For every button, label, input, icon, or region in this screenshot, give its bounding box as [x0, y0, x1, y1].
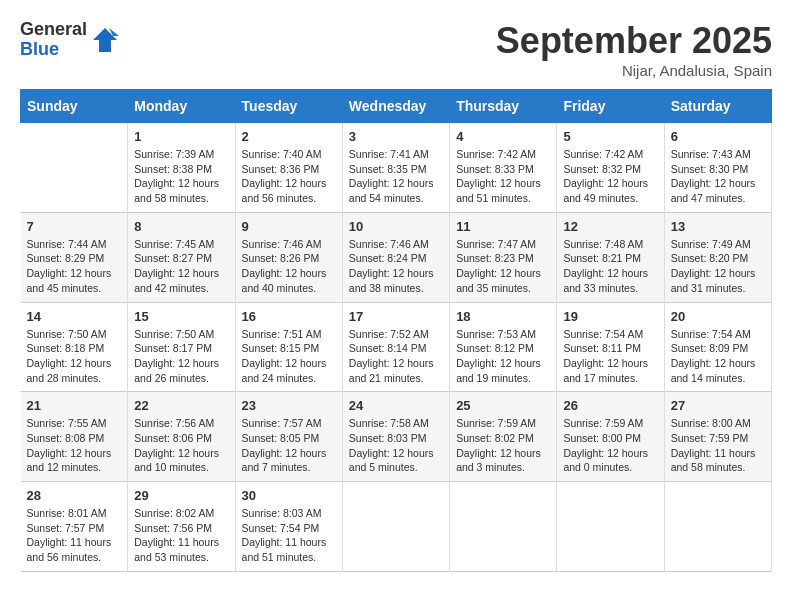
day-info: Sunrise: 7:39 AM Sunset: 8:38 PM Dayligh… — [134, 147, 228, 206]
calendar-cell: 30Sunrise: 8:03 AM Sunset: 7:54 PM Dayli… — [235, 482, 342, 572]
day-number: 30 — [242, 488, 336, 503]
calendar-cell: 17Sunrise: 7:52 AM Sunset: 8:14 PM Dayli… — [342, 302, 449, 392]
header-thursday: Thursday — [450, 90, 557, 123]
logo-general: General — [20, 20, 87, 40]
calendar-cell: 16Sunrise: 7:51 AM Sunset: 8:15 PM Dayli… — [235, 302, 342, 392]
day-number: 21 — [27, 398, 122, 413]
day-info: Sunrise: 7:57 AM Sunset: 8:05 PM Dayligh… — [242, 416, 336, 475]
day-number: 12 — [563, 219, 657, 234]
calendar-cell: 15Sunrise: 7:50 AM Sunset: 8:17 PM Dayli… — [128, 302, 235, 392]
calendar-table: SundayMondayTuesdayWednesdayThursdayFrid… — [20, 89, 772, 572]
day-number: 24 — [349, 398, 443, 413]
calendar-cell: 1Sunrise: 7:39 AM Sunset: 8:38 PM Daylig… — [128, 123, 235, 213]
calendar-header-row: SundayMondayTuesdayWednesdayThursdayFrid… — [21, 90, 772, 123]
day-number: 16 — [242, 309, 336, 324]
calendar-cell: 4Sunrise: 7:42 AM Sunset: 8:33 PM Daylig… — [450, 123, 557, 213]
day-number: 8 — [134, 219, 228, 234]
calendar-cell: 23Sunrise: 7:57 AM Sunset: 8:05 PM Dayli… — [235, 392, 342, 482]
calendar-cell — [557, 482, 664, 572]
calendar-cell: 2Sunrise: 7:40 AM Sunset: 8:36 PM Daylig… — [235, 123, 342, 213]
day-info: Sunrise: 7:53 AM Sunset: 8:12 PM Dayligh… — [456, 327, 550, 386]
day-info: Sunrise: 7:48 AM Sunset: 8:21 PM Dayligh… — [563, 237, 657, 296]
day-info: Sunrise: 8:02 AM Sunset: 7:56 PM Dayligh… — [134, 506, 228, 565]
calendar-cell: 20Sunrise: 7:54 AM Sunset: 8:09 PM Dayli… — [664, 302, 771, 392]
day-info: Sunrise: 7:43 AM Sunset: 8:30 PM Dayligh… — [671, 147, 765, 206]
day-info: Sunrise: 7:59 AM Sunset: 8:02 PM Dayligh… — [456, 416, 550, 475]
day-info: Sunrise: 7:41 AM Sunset: 8:35 PM Dayligh… — [349, 147, 443, 206]
day-number: 23 — [242, 398, 336, 413]
calendar-cell: 6Sunrise: 7:43 AM Sunset: 8:30 PM Daylig… — [664, 123, 771, 213]
day-info: Sunrise: 7:49 AM Sunset: 8:20 PM Dayligh… — [671, 237, 765, 296]
calendar-cell: 25Sunrise: 7:59 AM Sunset: 8:02 PM Dayli… — [450, 392, 557, 482]
day-number: 26 — [563, 398, 657, 413]
calendar-week-row: 28Sunrise: 8:01 AM Sunset: 7:57 PM Dayli… — [21, 482, 772, 572]
day-info: Sunrise: 7:42 AM Sunset: 8:33 PM Dayligh… — [456, 147, 550, 206]
calendar-week-row: 14Sunrise: 7:50 AM Sunset: 8:18 PM Dayli… — [21, 302, 772, 392]
calendar-cell — [342, 482, 449, 572]
calendar-cell: 18Sunrise: 7:53 AM Sunset: 8:12 PM Dayli… — [450, 302, 557, 392]
calendar-cell: 28Sunrise: 8:01 AM Sunset: 7:57 PM Dayli… — [21, 482, 128, 572]
day-info: Sunrise: 8:01 AM Sunset: 7:57 PM Dayligh… — [27, 506, 122, 565]
logo: General Blue — [20, 20, 119, 60]
day-number: 14 — [27, 309, 122, 324]
day-info: Sunrise: 7:42 AM Sunset: 8:32 PM Dayligh… — [563, 147, 657, 206]
month-title: September 2025 — [496, 20, 772, 62]
day-info: Sunrise: 7:54 AM Sunset: 8:11 PM Dayligh… — [563, 327, 657, 386]
day-info: Sunrise: 7:44 AM Sunset: 8:29 PM Dayligh… — [27, 237, 122, 296]
day-number: 15 — [134, 309, 228, 324]
calendar-cell: 19Sunrise: 7:54 AM Sunset: 8:11 PM Dayli… — [557, 302, 664, 392]
calendar-cell: 3Sunrise: 7:41 AM Sunset: 8:35 PM Daylig… — [342, 123, 449, 213]
calendar-cell — [664, 482, 771, 572]
calendar-cell: 26Sunrise: 7:59 AM Sunset: 8:00 PM Dayli… — [557, 392, 664, 482]
header-sunday: Sunday — [21, 90, 128, 123]
calendar-cell: 11Sunrise: 7:47 AM Sunset: 8:23 PM Dayli… — [450, 212, 557, 302]
day-number: 5 — [563, 129, 657, 144]
day-number: 18 — [456, 309, 550, 324]
day-number: 10 — [349, 219, 443, 234]
calendar-cell — [21, 123, 128, 213]
calendar-cell: 7Sunrise: 7:44 AM Sunset: 8:29 PM Daylig… — [21, 212, 128, 302]
day-number: 19 — [563, 309, 657, 324]
day-info: Sunrise: 7:50 AM Sunset: 8:17 PM Dayligh… — [134, 327, 228, 386]
day-number: 2 — [242, 129, 336, 144]
calendar-cell: 14Sunrise: 7:50 AM Sunset: 8:18 PM Dayli… — [21, 302, 128, 392]
header-tuesday: Tuesday — [235, 90, 342, 123]
calendar-cell: 24Sunrise: 7:58 AM Sunset: 8:03 PM Dayli… — [342, 392, 449, 482]
day-info: Sunrise: 7:59 AM Sunset: 8:00 PM Dayligh… — [563, 416, 657, 475]
calendar-cell: 21Sunrise: 7:55 AM Sunset: 8:08 PM Dayli… — [21, 392, 128, 482]
day-info: Sunrise: 7:55 AM Sunset: 8:08 PM Dayligh… — [27, 416, 122, 475]
day-info: Sunrise: 7:51 AM Sunset: 8:15 PM Dayligh… — [242, 327, 336, 386]
day-info: Sunrise: 7:45 AM Sunset: 8:27 PM Dayligh… — [134, 237, 228, 296]
calendar-cell: 12Sunrise: 7:48 AM Sunset: 8:21 PM Dayli… — [557, 212, 664, 302]
calendar-cell: 27Sunrise: 8:00 AM Sunset: 7:59 PM Dayli… — [664, 392, 771, 482]
day-info: Sunrise: 7:54 AM Sunset: 8:09 PM Dayligh… — [671, 327, 765, 386]
day-number: 29 — [134, 488, 228, 503]
calendar-cell: 10Sunrise: 7:46 AM Sunset: 8:24 PM Dayli… — [342, 212, 449, 302]
day-info: Sunrise: 7:58 AM Sunset: 8:03 PM Dayligh… — [349, 416, 443, 475]
day-info: Sunrise: 7:47 AM Sunset: 8:23 PM Dayligh… — [456, 237, 550, 296]
calendar-cell: 5Sunrise: 7:42 AM Sunset: 8:32 PM Daylig… — [557, 123, 664, 213]
calendar-week-row: 21Sunrise: 7:55 AM Sunset: 8:08 PM Dayli… — [21, 392, 772, 482]
page-header: General Blue September 2025 Nijar, Andal… — [20, 20, 772, 79]
calendar-week-row: 7Sunrise: 7:44 AM Sunset: 8:29 PM Daylig… — [21, 212, 772, 302]
day-info: Sunrise: 7:40 AM Sunset: 8:36 PM Dayligh… — [242, 147, 336, 206]
header-friday: Friday — [557, 90, 664, 123]
logo-icon — [91, 26, 119, 54]
day-number: 25 — [456, 398, 550, 413]
calendar-cell: 29Sunrise: 8:02 AM Sunset: 7:56 PM Dayli… — [128, 482, 235, 572]
logo-blue: Blue — [20, 40, 87, 60]
day-number: 7 — [27, 219, 122, 234]
calendar-cell: 8Sunrise: 7:45 AM Sunset: 8:27 PM Daylig… — [128, 212, 235, 302]
day-number: 20 — [671, 309, 765, 324]
header-saturday: Saturday — [664, 90, 771, 123]
day-number: 11 — [456, 219, 550, 234]
header-monday: Monday — [128, 90, 235, 123]
day-info: Sunrise: 7:52 AM Sunset: 8:14 PM Dayligh… — [349, 327, 443, 386]
calendar-cell: 9Sunrise: 7:46 AM Sunset: 8:26 PM Daylig… — [235, 212, 342, 302]
day-number: 22 — [134, 398, 228, 413]
day-number: 1 — [134, 129, 228, 144]
day-number: 28 — [27, 488, 122, 503]
calendar-cell — [450, 482, 557, 572]
day-number: 13 — [671, 219, 765, 234]
day-number: 3 — [349, 129, 443, 144]
